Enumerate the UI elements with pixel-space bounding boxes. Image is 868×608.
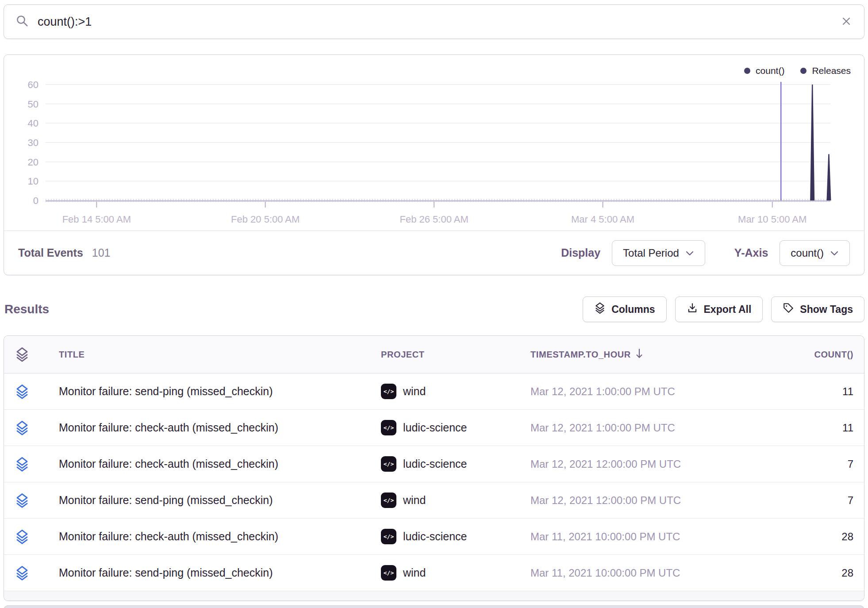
tag-icon	[783, 302, 794, 316]
svg-text:10: 10	[28, 176, 38, 187]
results-title: Results	[4, 302, 49, 316]
svg-text:0: 0	[33, 195, 38, 206]
count-cell[interactable]: 7	[727, 458, 853, 470]
search-icon	[15, 14, 29, 29]
project-name: ludic-science	[403, 458, 467, 470]
timestamp-cell[interactable]: Mar 12, 2021 12:00:00 PM UTC	[530, 458, 727, 470]
display-dropdown-value: Total Period	[623, 247, 679, 259]
show-tags-button[interactable]: Show Tags	[771, 296, 864, 322]
project-cell[interactable]: </>ludic-science	[381, 420, 530, 435]
close-icon	[840, 15, 853, 29]
layers-icon	[594, 302, 606, 317]
event-title-cell[interactable]: Monitor failure: check-auth (missed_chec…	[59, 458, 381, 470]
header-stack-icon	[15, 346, 59, 362]
export-all-button-label: Export All	[704, 304, 752, 316]
svg-text:Mar 10 5:00 AM: Mar 10 5:00 AM	[738, 214, 807, 225]
svg-text:Feb 20 5:00 AM: Feb 20 5:00 AM	[231, 214, 300, 225]
events-chart: 0102030405060Feb 14 5:00 AMFeb 20 5:00 A…	[15, 73, 854, 232]
export-all-button[interactable]: Export All	[675, 296, 763, 322]
table-row: Monitor failure: check-auth (missed_chec…	[4, 410, 864, 446]
download-icon	[687, 302, 698, 316]
project-cell[interactable]: </>ludic-science	[381, 456, 530, 472]
event-stack-icon[interactable]	[15, 420, 59, 436]
project-platform-icon: </>	[381, 529, 396, 544]
event-stack-icon[interactable]	[15, 565, 59, 581]
table-row: Monitor failure: send-ping (missed_check…	[4, 482, 864, 519]
project-name: ludic-science	[403, 530, 467, 543]
results-table: TITLE PROJECT TIMESTAMP.TO_HOUR COUNT() …	[4, 335, 864, 601]
timestamp-cell[interactable]: Mar 12, 2021 1:00:00 PM UTC	[530, 422, 727, 434]
table-row-partial	[4, 591, 864, 601]
project-cell[interactable]: </>wind	[381, 384, 530, 399]
count-cell[interactable]: 11	[727, 422, 853, 434]
event-title-cell[interactable]: Monitor failure: check-auth (missed_chec…	[59, 530, 381, 543]
event-title-cell[interactable]: Monitor failure: send-ping (missed_check…	[59, 385, 381, 398]
event-stack-icon[interactable]	[15, 493, 59, 508]
project-name: wind	[403, 566, 426, 579]
table-row: Monitor failure: check-auth (missed_chec…	[4, 446, 864, 482]
project-cell[interactable]: </>wind	[381, 493, 530, 508]
clear-search-button[interactable]	[840, 15, 853, 29]
project-platform-icon: </>	[381, 565, 396, 581]
svg-text:40: 40	[28, 118, 38, 129]
header-title-label: TITLE	[59, 350, 85, 360]
header-timestamp-label: TIMESTAMP.TO_HOUR	[530, 350, 631, 360]
svg-text:Feb 26 5:00 AM: Feb 26 5:00 AM	[399, 214, 468, 225]
header-project[interactable]: PROJECT	[381, 350, 530, 360]
timestamp-cell[interactable]: Mar 12, 2021 1:00:00 PM UTC	[530, 385, 727, 398]
svg-text:50: 50	[28, 99, 38, 110]
yaxis-dropdown-value: count()	[791, 247, 824, 259]
table-row: Monitor failure: send-ping (missed_check…	[4, 555, 864, 591]
project-name: ludic-science	[403, 421, 467, 434]
yaxis-label: Y-Axis	[734, 246, 768, 259]
table-row: Monitor failure: send-ping (missed_check…	[4, 373, 864, 410]
chart-footer: Total Events 101 Display Total Period Y-…	[4, 231, 864, 275]
timestamp-cell[interactable]: Mar 11, 2021 10:00:00 PM UTC	[530, 531, 727, 543]
search-input[interactable]	[37, 15, 832, 29]
svg-text:30: 30	[28, 137, 38, 148]
event-title-cell[interactable]: Monitor failure: send-ping (missed_check…	[59, 566, 381, 579]
timestamp-cell[interactable]: Mar 12, 2021 12:00:00 PM UTC	[530, 494, 727, 507]
header-title[interactable]: TITLE	[59, 350, 381, 360]
total-events-label: Total Events	[18, 246, 83, 259]
project-platform-icon: </>	[381, 456, 396, 472]
project-cell[interactable]: </>wind	[381, 565, 530, 581]
svg-text:Mar 4 5:00 AM: Mar 4 5:00 AM	[571, 214, 634, 225]
sort-descending-icon	[635, 348, 643, 361]
project-platform-icon: </>	[381, 493, 396, 508]
project-name: wind	[403, 494, 426, 507]
columns-button-label: Columns	[611, 304, 655, 316]
results-bar: Results Columns Export All	[4, 296, 864, 323]
display-dropdown[interactable]: Total Period	[612, 240, 705, 266]
table-body: Monitor failure: send-ping (missed_check…	[4, 373, 864, 591]
project-platform-icon: </>	[381, 384, 396, 399]
yaxis-dropdown[interactable]: count()	[780, 240, 850, 266]
svg-text:20: 20	[28, 157, 38, 168]
event-title-cell[interactable]: Monitor failure: send-ping (missed_check…	[59, 494, 381, 507]
header-count-label: COUNT()	[814, 350, 853, 360]
search-bar	[4, 4, 864, 39]
event-stack-icon[interactable]	[15, 529, 59, 545]
columns-button[interactable]: Columns	[583, 296, 666, 322]
header-count[interactable]: COUNT()	[727, 350, 853, 360]
display-label: Display	[561, 246, 600, 259]
svg-text:Feb 14 5:00 AM: Feb 14 5:00 AM	[62, 214, 131, 225]
count-cell[interactable]: 28	[727, 531, 853, 543]
chevron-down-icon	[685, 247, 694, 259]
count-cell[interactable]: 28	[727, 567, 853, 579]
table-header-row: TITLE PROJECT TIMESTAMP.TO_HOUR COUNT()	[4, 336, 864, 373]
project-cell[interactable]: </>ludic-science	[381, 529, 530, 544]
event-title-cell[interactable]: Monitor failure: check-auth (missed_chec…	[59, 421, 381, 434]
project-name: wind	[403, 385, 426, 398]
event-stack-icon[interactable]	[15, 456, 59, 472]
timestamp-cell[interactable]: Mar 11, 2021 10:00:00 PM UTC	[530, 567, 727, 579]
header-timestamp[interactable]: TIMESTAMP.TO_HOUR	[530, 348, 727, 361]
project-platform-icon: </>	[381, 420, 396, 435]
event-stack-icon[interactable]	[15, 384, 59, 400]
table-row: Monitor failure: check-auth (missed_chec…	[4, 519, 864, 555]
count-cell[interactable]: 11	[727, 385, 853, 398]
count-cell[interactable]: 7	[727, 494, 853, 507]
total-events-value: 101	[92, 246, 111, 259]
chevron-down-icon	[830, 247, 839, 259]
events-chart-panel: count() Releases 0102030405060Feb 14 5:0…	[4, 54, 864, 275]
